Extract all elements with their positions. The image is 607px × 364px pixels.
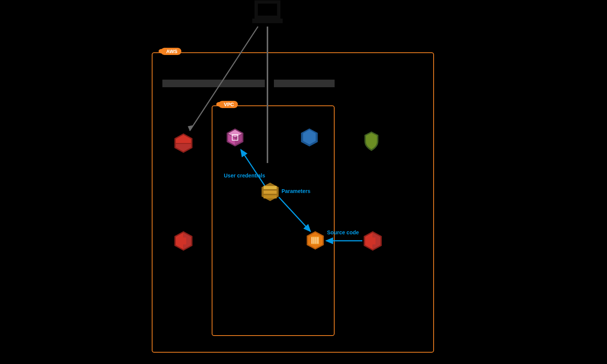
aws-label: AWS <box>166 49 178 54</box>
svg-rect-14 <box>181 237 186 244</box>
right-header-bar <box>274 80 335 87</box>
vpc-label: VPC <box>224 102 234 107</box>
svg-marker-10 <box>176 144 191 151</box>
ecr-icon <box>225 127 245 148</box>
ec2-icon <box>305 231 326 251</box>
svg-rect-27 <box>264 186 277 189</box>
codebuild-icon <box>173 133 194 154</box>
laptop-icon <box>250 0 285 27</box>
sqs-icon <box>260 182 281 203</box>
diagram-stage: AWS VPC <box>0 0 607 364</box>
glacier-icon <box>299 127 320 148</box>
svg-rect-28 <box>264 191 277 194</box>
svg-rect-18 <box>370 237 376 244</box>
aws-cloud-tag: AWS <box>161 48 181 55</box>
codepipeline-left-icon <box>173 231 194 251</box>
svg-rect-29 <box>264 195 277 199</box>
user-credentials-label: User credentials <box>224 173 265 179</box>
svg-rect-0 <box>256 2 279 17</box>
left-header-bar <box>162 80 265 87</box>
parameters-label: Parameters <box>281 188 310 194</box>
source-code-label: Source code <box>327 229 359 235</box>
svg-marker-9 <box>176 135 191 143</box>
svg-rect-1 <box>252 19 283 23</box>
codepipeline-right-icon <box>362 231 383 251</box>
vpc-cloud-tag: VPC <box>219 101 238 108</box>
pinpoint-icon <box>362 131 381 152</box>
